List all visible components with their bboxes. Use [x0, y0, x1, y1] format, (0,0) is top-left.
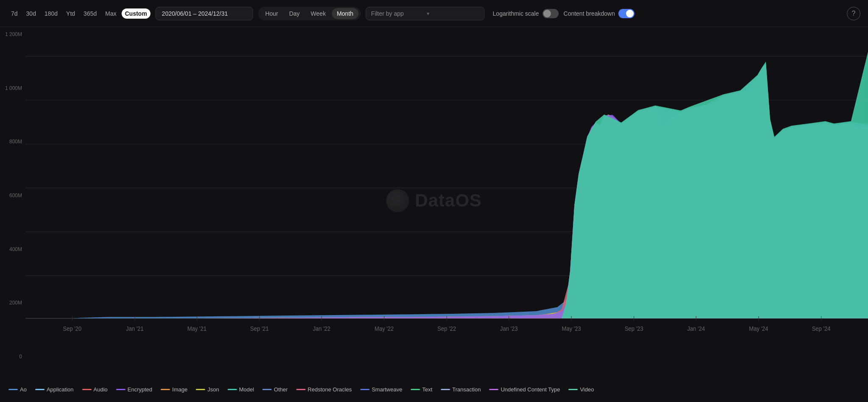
svg-text:May '23: May '23	[562, 326, 581, 332]
legend-label: Video	[580, 386, 594, 393]
legend-label: Audio	[94, 386, 108, 393]
content-breakdown-knob	[626, 10, 634, 17]
legend-label: Text	[422, 386, 432, 393]
svg-text:Sep '21: Sep '21	[250, 326, 269, 332]
legend-color	[8, 389, 18, 390]
preset-365d[interactable]: 365d	[80, 8, 100, 19]
legend-label: Redstone Oracles	[308, 386, 352, 393]
legend-item: Ao	[8, 386, 27, 393]
legend-color	[441, 389, 450, 390]
preset-max[interactable]: Max	[102, 8, 120, 19]
chart-svg-container: Sep '20 Jan '21 May '21 Sep '21 Jan '22 …	[25, 27, 868, 377]
legend-color	[228, 389, 237, 390]
y-label-1000m: 1 000M	[0, 85, 25, 91]
svg-text:May '22: May '22	[375, 326, 394, 332]
legend-label: Transaction	[452, 386, 481, 393]
date-range-input[interactable]	[156, 7, 253, 20]
help-button[interactable]: ?	[847, 7, 860, 20]
legend-label: Application	[47, 386, 74, 393]
legend-color	[360, 389, 370, 390]
legend-item: Undefined Content Type	[489, 386, 560, 393]
svg-text:Sep '23: Sep '23	[625, 326, 643, 332]
legend-color	[568, 389, 578, 390]
y-label-600m: 600M	[0, 193, 25, 198]
gran-week[interactable]: Week	[306, 8, 331, 19]
legend-color	[262, 389, 272, 390]
filter-app-dropdown[interactable]: Filter by app ▾	[366, 7, 484, 20]
toggle-knob	[543, 10, 551, 17]
legend: AoApplicationAudioEncryptedImageJsonMode…	[0, 377, 868, 402]
legend-color	[82, 389, 92, 390]
chart-area: 1 200M 1 000M 800M 600M 400M 200M 0 Data…	[0, 27, 868, 377]
granularity-group: Hour Day Week Month	[258, 7, 361, 20]
legend-color	[116, 389, 125, 390]
svg-text:Sep '24: Sep '24	[812, 326, 831, 332]
legend-label: Json	[207, 386, 219, 393]
legend-label: Ao	[20, 386, 27, 393]
preset-30d[interactable]: 30d	[23, 8, 39, 19]
legend-label: Smartweave	[372, 386, 402, 393]
toolbar: 7d 30d 180d Ytd 365d Max Custom Hour Day…	[0, 0, 868, 27]
svg-text:Jan '24: Jan '24	[687, 326, 705, 332]
legend-item: Json	[196, 386, 219, 393]
content-breakdown-label: Content breakdown	[564, 10, 615, 17]
x-axis-labels: Sep '20 Jan '21 May '21 Sep '21 Jan '22 …	[63, 326, 831, 332]
legend-color	[196, 389, 205, 390]
legend-item: Video	[568, 386, 594, 393]
legend-item: Smartweave	[360, 386, 402, 393]
legend-color	[161, 389, 170, 390]
svg-text:Sep '20: Sep '20	[63, 326, 82, 332]
legend-label: Other	[274, 386, 288, 393]
svg-text:Jan '21: Jan '21	[126, 326, 144, 332]
legend-item: Transaction	[441, 386, 481, 393]
legend-item: Redstone Oracles	[296, 386, 352, 393]
legend-item: Encrypted	[116, 386, 153, 393]
legend-color	[489, 389, 498, 390]
preset-ytd[interactable]: Ytd	[63, 8, 78, 19]
log-scale-area: Logarithmic scale	[493, 9, 559, 18]
legend-item: Model	[228, 386, 254, 393]
y-label-0: 0	[0, 354, 25, 360]
legend-label: Model	[239, 386, 254, 393]
svg-text:Jan '22: Jan '22	[313, 326, 331, 332]
svg-text:May '21: May '21	[187, 326, 206, 332]
filter-app-placeholder: Filter by app	[371, 10, 423, 17]
content-breakdown-area: Content breakdown	[564, 9, 634, 18]
y-axis-labels: 1 200M 1 000M 800M 600M 400M 200M 0	[0, 27, 25, 377]
legend-label: Image	[172, 386, 187, 393]
time-presets: 7d 30d 180d Ytd 365d Max Custom	[8, 8, 150, 19]
legend-item: Text	[411, 386, 432, 393]
gran-hour[interactable]: Hour	[260, 8, 283, 19]
log-scale-toggle[interactable]	[542, 9, 559, 18]
gran-day[interactable]: Day	[284, 8, 305, 19]
chevron-down-icon: ▾	[427, 11, 479, 17]
legend-item: Application	[35, 386, 74, 393]
preset-180d[interactable]: 180d	[41, 8, 61, 19]
y-label-800m: 800M	[0, 139, 25, 145]
preset-7d[interactable]: 7d	[8, 8, 21, 19]
svg-text:Jan '23: Jan '23	[500, 326, 518, 332]
content-breakdown-toggle[interactable]	[618, 9, 634, 18]
y-label-200m: 200M	[0, 300, 25, 306]
legend-color	[296, 389, 306, 390]
svg-text:May '24: May '24	[749, 326, 768, 332]
legend-item: Image	[161, 386, 187, 393]
log-scale-label: Logarithmic scale	[493, 10, 539, 17]
legend-item: Audio	[82, 386, 108, 393]
preset-custom[interactable]: Custom	[122, 8, 150, 19]
gran-month[interactable]: Month	[332, 8, 359, 19]
area-teal	[25, 52, 868, 318]
svg-text:Sep '22: Sep '22	[437, 326, 456, 332]
legend-color	[35, 389, 45, 390]
y-label-400m: 400M	[0, 246, 25, 252]
legend-item: Other	[262, 386, 288, 393]
legend-color	[411, 389, 420, 390]
legend-label: Encrypted	[128, 386, 153, 393]
legend-label: Undefined Content Type	[501, 386, 560, 393]
chart-svg: Sep '20 Jan '21 May '21 Sep '21 Jan '22 …	[25, 27, 868, 377]
y-label-1200m: 1 200M	[0, 31, 25, 37]
